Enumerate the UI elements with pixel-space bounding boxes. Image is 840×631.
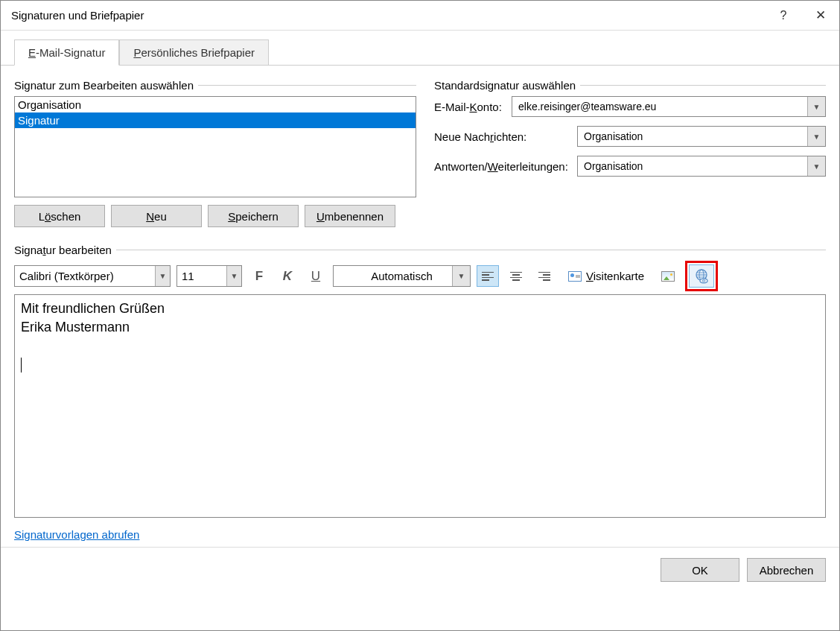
titlebar: Signaturen und Briefpapier ? ✕ — [1, 1, 839, 31]
bold-button[interactable]: F — [248, 265, 270, 287]
dialog: Signaturen und Briefpapier ? ✕ E-Mail-Si… — [0, 0, 840, 631]
underline-button[interactable]: U — [305, 265, 327, 287]
text-cursor — [21, 358, 22, 372]
tab-personal-stationery[interactable]: Persönliches Briefpapier — [119, 39, 269, 65]
cancel-button[interactable]: Abbrechen — [747, 558, 826, 582]
signature-select-heading: Signatur zum Bearbeiten auswählen — [14, 79, 416, 92]
font-color-combo[interactable]: Automatisch ▼ — [333, 265, 471, 287]
dialog-title: Signaturen und Briefpapier — [11, 9, 765, 22]
align-right-button[interactable] — [533, 265, 556, 287]
ok-button[interactable]: OK — [661, 558, 739, 582]
row-new-messages: Neue Nachrichten: Organisation ▼ — [434, 126, 826, 147]
align-left-icon — [482, 272, 494, 281]
row-email-account: E-Mail-Konto: elke.reisinger@teamsware.e… — [434, 96, 826, 117]
insert-hyperlink-button[interactable] — [689, 264, 714, 288]
default-signature-group: Standardsignatur auswählen E-Mail-Konto:… — [434, 79, 826, 227]
align-left-button[interactable] — [477, 265, 499, 287]
divider — [198, 85, 416, 86]
chevron-down-icon: ▼ — [226, 266, 241, 286]
align-center-icon — [510, 272, 522, 281]
signature-editor[interactable]: Mit freundlichen Grüßen Erika Mustermann — [14, 294, 826, 518]
delete-button[interactable]: Löschen — [14, 205, 105, 227]
new-button[interactable]: Neu — [111, 205, 202, 227]
new-messages-label: Neue Nachrichten: — [434, 130, 577, 143]
signature-list[interactable]: Organisation Signatur — [14, 96, 416, 197]
business-card-button[interactable]: Visitenkarte — [561, 265, 651, 287]
chevron-down-icon: ▼ — [452, 266, 470, 286]
chevron-down-icon: ▼ — [807, 127, 825, 146]
insert-picture-button[interactable] — [657, 265, 679, 287]
email-account-combo[interactable]: elke.reisinger@teamsware.eu ▼ — [512, 96, 826, 117]
svg-point-5 — [700, 279, 707, 283]
editor-line: Mit freundlichen Grüßen — [21, 299, 819, 318]
editor-toolbar: Calibri (Textkörper) ▼ 11 ▼ F K U Automa… — [14, 261, 826, 294]
divider — [580, 85, 826, 86]
signature-buttons: Löschen Neu Speichern Umbenennen — [14, 205, 416, 227]
help-button[interactable]: ? — [765, 1, 802, 31]
top-row: Signatur zum Bearbeiten auswählen Organi… — [14, 79, 826, 227]
divider — [116, 250, 826, 250]
edit-signature-heading: Signatur bearbeiten — [14, 244, 826, 256]
chevron-down-icon: ▼ — [807, 156, 825, 176]
get-templates-link[interactable]: Signaturvorlagen abrufen — [14, 528, 139, 541]
font-size-combo[interactable]: 11 ▼ — [176, 265, 242, 287]
globe-link-icon — [693, 268, 710, 285]
italic-button[interactable]: K — [276, 265, 299, 287]
hyperlink-highlight — [685, 261, 718, 291]
align-right-icon — [538, 272, 550, 281]
default-signature-heading: Standardsignatur auswählen — [434, 79, 826, 92]
align-center-button[interactable] — [505, 265, 527, 287]
replies-forwards-combo[interactable]: Organisation ▼ — [577, 156, 826, 177]
close-icon: ✕ — [815, 7, 826, 23]
signature-list-item[interactable]: Signatur — [15, 112, 416, 128]
tab-email-signature[interactable]: E-Mail-Signatur — [14, 39, 119, 66]
picture-icon — [661, 271, 675, 282]
new-messages-combo[interactable]: Organisation ▼ — [577, 126, 826, 147]
editor-line — [21, 356, 819, 375]
font-combo[interactable]: Calibri (Textkörper) ▼ — [14, 265, 171, 287]
close-button[interactable]: ✕ — [802, 1, 839, 31]
save-button[interactable]: Speichern — [208, 205, 299, 227]
business-card-icon — [568, 271, 582, 282]
chevron-down-icon: ▼ — [807, 97, 825, 116]
editor-line — [21, 337, 819, 355]
email-account-label: E-Mail-Konto: — [434, 101, 512, 113]
rename-button[interactable]: Umbenennen — [305, 205, 395, 227]
chevron-down-icon: ▼ — [155, 266, 170, 286]
editor-line: Erika Mustermann — [21, 318, 819, 337]
edit-signature-group: Signatur bearbeiten Calibri (Textkörper)… — [14, 244, 826, 541]
signature-select-group: Signatur zum Bearbeiten auswählen Organi… — [14, 79, 416, 227]
dialog-body: Signatur zum Bearbeiten auswählen Organi… — [1, 66, 839, 547]
help-icon: ? — [780, 9, 787, 22]
dialog-footer: OK Abbrechen — [1, 547, 839, 592]
row-replies-forwards: Antworten/Weiterleitungen: Organisation … — [434, 156, 826, 177]
tab-bar: E-Mail-Signatur Persönliches Briefpapier — [1, 31, 839, 66]
signature-list-item[interactable]: Organisation — [15, 97, 416, 112]
replies-forwards-label: Antworten/Weiterleitungen: — [434, 160, 577, 173]
